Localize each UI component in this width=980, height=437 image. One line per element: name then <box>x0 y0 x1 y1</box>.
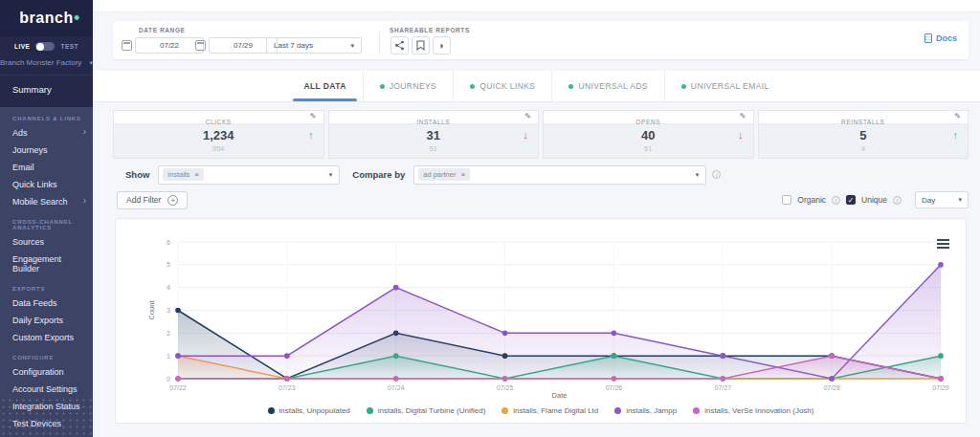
info-icon[interactable]: i <box>712 170 721 179</box>
bookmark-button[interactable] <box>412 36 430 55</box>
unique-checkbox[interactable]: ✓ <box>846 195 856 205</box>
edit-pencil-icon[interactable]: ✎ <box>524 112 531 120</box>
legend-dot-icon <box>614 407 621 414</box>
svg-text:07/29: 07/29 <box>932 384 949 391</box>
sidebar-item-quick-links[interactable]: Quick Links <box>0 176 93 193</box>
tab-label: UNIVERSAL ADS <box>578 81 647 91</box>
legend-item-installs-digital-turbine-unified[interactable]: installs, Digital Turbine (Unified) <box>367 406 486 415</box>
trend-down-arrow-icon: ↓ <box>523 129 529 141</box>
compare-chip: ad partner × <box>418 168 470 181</box>
granularity-value: Day <box>922 196 935 205</box>
remove-chip-icon[interactable]: × <box>194 170 199 179</box>
sidebar-item-sources[interactable]: Sources <box>0 233 93 251</box>
tab-label: QUICK LINKS <box>479 81 535 91</box>
metric-card-clicks: CLICKS✎1,234↑954 <box>113 110 324 159</box>
svg-text:07/23: 07/23 <box>278 384 296 391</box>
calendar-icon <box>122 40 132 51</box>
share-button[interactable] <box>390 36 409 55</box>
sidebar-item-journeys[interactable]: Journeys <box>0 142 93 159</box>
divider <box>379 32 380 55</box>
tabs-bar: ALL DATAJOURNEYSQUICK LINKSUNIVERSAL ADS… <box>93 71 980 102</box>
edit-pencil-icon[interactable]: ✎ <box>310 112 317 120</box>
metric-card-header: INSTALLS✎ <box>329 111 539 124</box>
svg-text:5: 5 <box>167 261 170 268</box>
metric-previous-value: 51 <box>544 144 753 153</box>
sidebar-item-data-feeds[interactable]: Data Feeds <box>0 295 93 312</box>
svg-text:Date: Date <box>552 391 568 400</box>
branch-logo[interactable]: branch ❋ <box>0 0 93 36</box>
sidebar-section-header-configure: CONFIGURE <box>0 346 93 363</box>
metric-card-body: 5↑4 <box>759 124 969 158</box>
app-selector[interactable]: Branch Monster Factory ▾ <box>0 55 93 75</box>
tab-quick-links[interactable]: QUICK LINKS <box>453 71 551 101</box>
edit-pencil-icon[interactable]: ✎ <box>740 112 746 120</box>
chart-menu-button[interactable] <box>937 239 949 251</box>
legend-dot-icon <box>501 407 508 414</box>
date-range-label: DATE RANGE <box>139 27 186 33</box>
add-filter-row: Add Filter + Organic i ✓ Unique i Day ▾ <box>113 189 969 210</box>
trend-up-arrow-icon: ↑ <box>953 129 959 141</box>
organic-checkbox[interactable] <box>782 195 791 205</box>
docs-icon <box>924 33 932 43</box>
date-start-input[interactable]: 07/22 <box>135 37 204 54</box>
remove-chip-icon[interactable]: × <box>460 170 465 179</box>
info-icon[interactable]: i <box>832 196 840 205</box>
sidebar-item-mobile-search[interactable]: Mobile Search› <box>0 193 93 210</box>
sidebar-item-summary[interactable]: Summary <box>0 75 93 105</box>
chart-options: Organic i ✓ Unique i Day ▾ <box>782 191 969 208</box>
bookmark-icon <box>416 40 425 51</box>
chevron-down-icon: ▾ <box>329 171 333 179</box>
compare-by-select[interactable]: ad partner × ▾ <box>413 165 706 185</box>
tab-universal-email[interactable]: UNIVERSAL EMAIL <box>664 71 786 101</box>
svg-text:Count: Count <box>147 300 156 320</box>
svg-text:07/24: 07/24 <box>388 384 405 391</box>
edit-pencil-icon[interactable]: ✎ <box>954 112 961 120</box>
metrics-row: CLICKS✎1,234↑954INSTALLS✎31↓51OPENS✎40↓5… <box>113 110 969 159</box>
sidebar-item-account-settings[interactable]: Account Settings <box>0 381 93 398</box>
live-test-toggle[interactable] <box>35 42 55 51</box>
date-preset-select[interactable]: Last 7 days ▾ <box>266 37 362 54</box>
metric-previous-value: 4 <box>759 144 969 153</box>
sidebar-item-email[interactable]: Email <box>0 159 93 176</box>
metric-card-body: 40↓51 <box>544 124 753 158</box>
sidebar-item-ads[interactable]: Ads› <box>0 124 93 142</box>
live-label: LIVE <box>14 43 30 50</box>
chart-legend: installs, Unpopulatedinstalls, Digital T… <box>116 406 966 415</box>
sidebar-item-custom-exports[interactable]: Custom Exports <box>0 329 93 346</box>
svg-text:2: 2 <box>167 330 170 337</box>
tab-all-data[interactable]: ALL DATA <box>287 71 362 101</box>
tab-journeys[interactable]: JOURNEYS <box>363 71 454 101</box>
share-icon <box>394 40 405 51</box>
add-filter-button[interactable]: Add Filter + <box>117 191 188 209</box>
legend-item-installs-unpopulated[interactable]: installs, Unpopulated <box>268 406 350 415</box>
granularity-select[interactable]: Day ▾ <box>915 191 969 208</box>
metric-card-header: CLICKS✎ <box>114 111 323 124</box>
info-icon[interactable]: i <box>893 196 902 205</box>
metric-card-installs: INSTALLS✎31↓51 <box>328 110 540 159</box>
metric-card-opens: OPENS✎40↓51 <box>543 110 754 159</box>
legend-item-installs-verse-innovation-josh[interactable]: installs, VerSe Innovation (Josh) <box>693 406 813 415</box>
tab-universal-ads[interactable]: UNIVERSAL ADS <box>551 71 663 101</box>
legend-dot-icon <box>367 407 373 414</box>
sidebar-section-header-exports: EXPORTS <box>0 277 93 295</box>
sidebar-item-test-devices[interactable]: Test Devices <box>0 415 93 432</box>
sidebar-section-header-channels-links: CHANNELS & LINKS <box>0 107 93 124</box>
metric-card-header: OPENS✎ <box>544 111 753 124</box>
docs-link[interactable]: Docs <box>924 33 957 43</box>
svg-text:07/25: 07/25 <box>497 384 514 391</box>
legend-item-installs-jampp[interactable]: installs, Jampp <box>614 406 677 415</box>
chevron-down-icon: ▾ <box>89 59 93 67</box>
svg-text:4: 4 <box>167 284 170 291</box>
sidebar-item-engagement-builder[interactable]: Engagement Builder <box>0 251 93 277</box>
show-select[interactable]: installs × ▾ <box>158 165 340 185</box>
add-filter-label: Add Filter <box>126 195 161 205</box>
sidebar-item-configuration[interactable]: Configuration <box>0 363 93 381</box>
trend-down-arrow-icon: ↓ <box>738 129 744 141</box>
trend-up-arrow-icon: ↑ <box>308 129 314 141</box>
sidebar-item-integration-status[interactable]: Integration Status <box>0 398 93 415</box>
legend-item-installs-flame-digital-ltd[interactable]: installs, Flame Digital Ltd <box>501 406 598 415</box>
sidebar-item-daily-exports[interactable]: Daily Exports <box>0 312 93 329</box>
history-button[interactable]: ◗ <box>433 36 451 55</box>
toolbar: DATE RANGE 07/22 07/29 Last 7 days ▾ SHA… <box>113 21 969 59</box>
show-label: Show <box>125 169 149 180</box>
